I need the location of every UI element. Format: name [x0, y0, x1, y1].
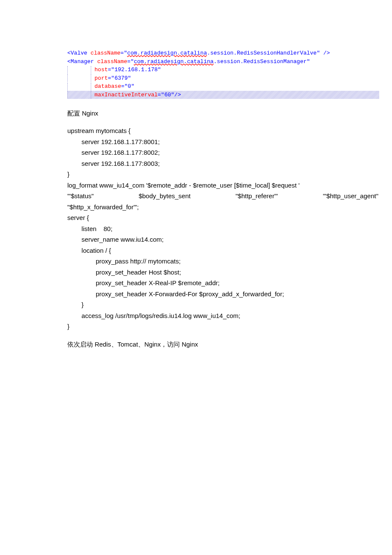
nginx-line: upstream mytomcats {: [67, 125, 379, 136]
nginx-heading: 配置 Nginx: [67, 110, 379, 118]
nginx-config-block: upstream mytomcats { server 192.168.1.17…: [67, 125, 379, 332]
nginx-line: server 192.168.1.177:8002;: [67, 147, 379, 158]
nginx-line: server {: [67, 212, 379, 223]
xml-line-1: <Valve className="com.radiadesign.catali…: [67, 50, 330, 56]
nginx-line: }: [67, 299, 379, 310]
nginx-line: proxy_set_header X-Forwarded-For $proxy_…: [67, 289, 379, 300]
nginx-line: server 192.168.1.177:8003;: [67, 158, 379, 169]
xml-line-6-highlighted: maxInactiveInterval="60"/>: [67, 91, 379, 99]
nginx-line: proxy_set_header Host $host;: [67, 267, 379, 278]
nginx-line: "$http_x_forwarded_for"';: [67, 202, 379, 213]
nginx-line: log_format www_iu14_com '$remote_addr - …: [67, 180, 379, 191]
xml-line-4: port="6379": [67, 75, 131, 81]
nginx-line: }: [67, 169, 379, 180]
nginx-line: access_log /usr/tmp/logs/redis.iu14.log …: [67, 310, 379, 321]
xml-line-2: <Manager className="com.radiadesign.cata…: [67, 58, 310, 65]
nginx-line: listen 80;: [67, 223, 379, 234]
nginx-line: server_name www.iu14.com;: [67, 234, 379, 245]
nginx-line: proxy_set_header X-Real-IP $remote_addr;: [67, 278, 379, 289]
xml-line-3: host="192.168.1.178": [67, 66, 161, 73]
nginx-line: location / {: [67, 245, 379, 256]
nginx-line: proxy_pass http:// mytomcats;: [67, 256, 379, 267]
end-instruction: 依次启动 Redis、Tomcat、Nginx，访问 Nginx: [67, 341, 379, 349]
xml-code-block: <Valve className="com.radiadesign.catali…: [67, 49, 379, 99]
nginx-line-justified: '"$status" $body_bytes_sent "$http_refer…: [67, 191, 378, 202]
nginx-line: }: [67, 321, 379, 332]
nginx-line: server 192.168.1.177:8001;: [67, 136, 379, 147]
xml-line-5: database="0": [67, 83, 134, 90]
